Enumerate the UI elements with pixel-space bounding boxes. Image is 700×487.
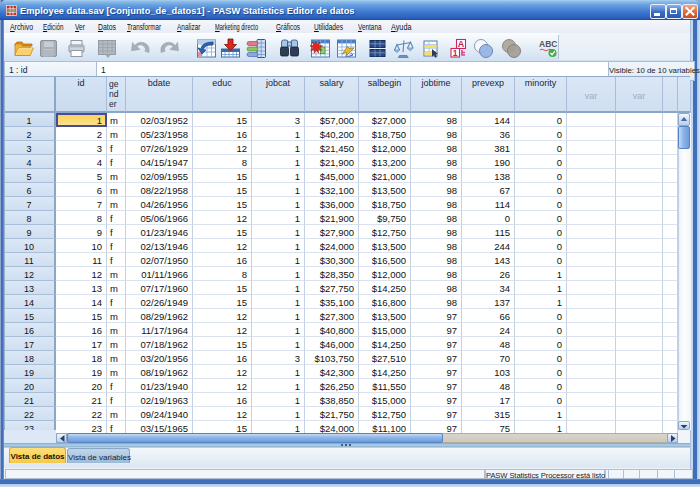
svg-text:1: 1 <box>453 48 458 58</box>
svg-text:ABC: ABC <box>539 39 557 49</box>
svg-text:A: A <box>458 39 465 49</box>
